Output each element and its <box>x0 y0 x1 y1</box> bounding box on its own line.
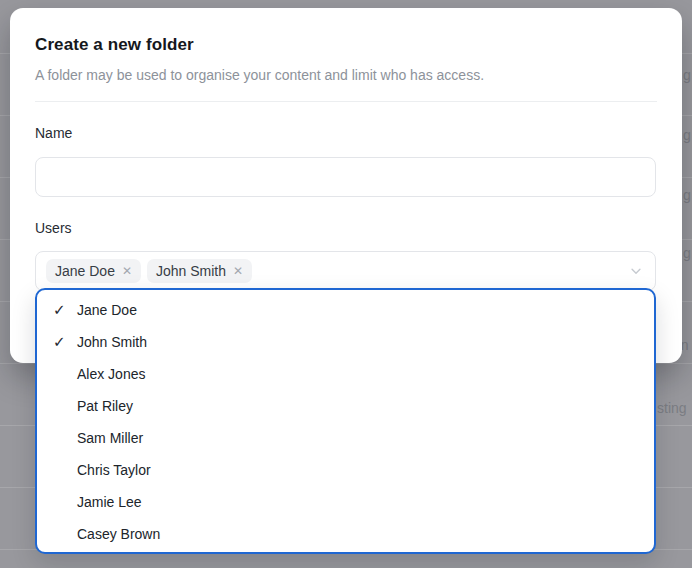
checkmark-icon: ✓ <box>53 333 77 351</box>
background-text-fragment: g <box>683 186 691 204</box>
users-label: Users <box>35 218 657 238</box>
user-option-label: Jane Doe <box>77 302 137 318</box>
user-option-pat-riley[interactable]: Pat Riley <box>37 390 654 422</box>
divider <box>35 101 657 102</box>
user-option-jane-doe[interactable]: ✓Jane Doe <box>37 294 654 326</box>
user-option-label: Sam Miller <box>77 430 143 446</box>
users-multiselect[interactable]: Jane Doe✕John Smith✕ <box>35 251 656 291</box>
screen: ggggansting Create a new folder A folder… <box>0 0 692 568</box>
chevron-down-icon <box>629 264 643 278</box>
remove-tag-icon[interactable]: ✕ <box>233 265 243 277</box>
selected-user-tag: Jane Doe✕ <box>46 259 141 283</box>
remove-tag-icon[interactable]: ✕ <box>122 265 132 277</box>
user-option-label: Chris Taylor <box>77 462 151 478</box>
background-text-fragment: g <box>683 66 691 84</box>
user-option-sam-miller[interactable]: Sam Miller <box>37 422 654 454</box>
name-label: Name <box>35 123 657 143</box>
background-text-fragment: g <box>683 244 691 262</box>
user-option-john-smith[interactable]: ✓John Smith <box>37 326 654 358</box>
user-option-casey-brown[interactable]: Casey Brown <box>37 518 654 550</box>
user-option-label: Alex Jones <box>77 366 145 382</box>
folder-name-input[interactable] <box>35 157 656 197</box>
selected-user-name: Jane Doe <box>55 263 115 279</box>
modal-description: A folder may be used to organise your co… <box>35 65 657 85</box>
modal-title: Create a new folder <box>35 34 657 56</box>
users-dropdown-listbox: ✓Jane Doe✓John SmithAlex JonesPat RileyS… <box>35 288 656 554</box>
background-text-fragment: g <box>683 126 691 144</box>
user-option-label: John Smith <box>77 334 147 350</box>
background-text-fragment: sting <box>657 399 687 417</box>
selected-user-name: John Smith <box>156 263 226 279</box>
user-option-alex-jones[interactable]: Alex Jones <box>37 358 654 390</box>
users-option-list: ✓Jane Doe✓John SmithAlex JonesPat RileyS… <box>37 294 654 550</box>
user-option-label: Jamie Lee <box>77 494 142 510</box>
user-option-label: Pat Riley <box>77 398 133 414</box>
user-option-chris-taylor[interactable]: Chris Taylor <box>37 454 654 486</box>
user-option-jamie-lee[interactable]: Jamie Lee <box>37 486 654 518</box>
user-option-label: Casey Brown <box>77 526 160 542</box>
selected-user-tag: John Smith✕ <box>147 259 252 283</box>
checkmark-icon: ✓ <box>53 301 77 319</box>
